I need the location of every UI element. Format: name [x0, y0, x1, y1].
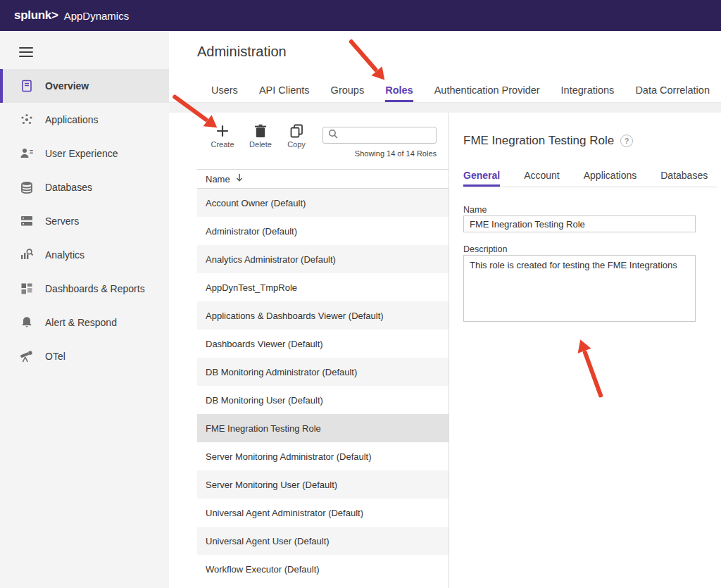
sidebar-item-label: Applications — [45, 114, 99, 125]
main-content: Administration Users API Clients Groups … — [169, 31, 721, 588]
role-row[interactable]: Account Owner (Default) — [197, 189, 449, 217]
role-row-selected[interactable]: FME Inegration Testing Role — [197, 414, 449, 442]
role-row[interactable]: Workflow Executor (Default) — [197, 555, 449, 583]
dashboards-reports-icon — [20, 282, 34, 296]
copy-button-label: Copy — [281, 140, 312, 149]
sort-descending-icon[interactable] — [235, 173, 244, 184]
tab-groups[interactable]: Groups — [331, 85, 365, 102]
role-detail-title: FME Inegration Testing Role — [463, 134, 614, 148]
user-experience-icon — [20, 146, 34, 161]
servers-icon — [20, 214, 34, 228]
applications-icon — [20, 113, 34, 127]
sidebar-item-databases[interactable]: Databases — [0, 170, 169, 204]
role-row[interactable]: Dashboards Viewer (Default) — [197, 330, 449, 358]
otel-telescope-icon — [20, 349, 34, 363]
sidebar-item-label: Alert & Respond — [45, 317, 117, 328]
roles-list: Account Owner (Default) Administrator (D… — [197, 189, 449, 583]
role-row[interactable]: DB Monitoring Administrator (Default) — [197, 358, 449, 386]
sidebar-item-label: User Experience — [45, 148, 118, 159]
role-detail-title-row: FME Inegration Testing Role ? — [463, 134, 633, 148]
sidebar-item-label: Databases — [45, 182, 92, 193]
sidebar: Overview Applications User Experience Da… — [0, 31, 169, 588]
role-row[interactable]: Server Monitoring Administrator (Default… — [197, 442, 449, 470]
tab-applications[interactable]: Applications — [584, 170, 637, 187]
section-divider-band — [169, 103, 721, 113]
name-field-label: Name — [463, 205, 487, 215]
sidebar-item-analytics[interactable]: Analytics — [0, 238, 169, 272]
role-description-textarea[interactable] — [463, 255, 696, 322]
copy-icon — [281, 123, 312, 138]
sidebar-nav: Overview Applications User Experience Da… — [0, 69, 169, 373]
plus-icon — [207, 123, 238, 138]
role-row[interactable]: Analytics Administrator (Default) — [197, 245, 449, 273]
sidebar-item-overview[interactable]: Overview — [0, 69, 169, 103]
roles-search-input[interactable] — [342, 130, 431, 140]
tab-data-correlation[interactable]: Data Correlation — [635, 85, 710, 102]
tab-api-clients[interactable]: API Clients — [259, 85, 310, 102]
description-field-label: Description — [463, 244, 508, 254]
admin-tabs: Users API Clients Groups Roles Authentic… — [169, 80, 721, 103]
role-row[interactable]: Universal Agent User (Default) — [197, 527, 449, 555]
sidebar-item-servers[interactable]: Servers — [0, 204, 169, 238]
sidebar-item-applications[interactable]: Applications — [0, 103, 169, 137]
screen: splunk> AppDynamics Overview Application… — [0, 0, 721, 588]
panel-divider — [449, 113, 449, 588]
tab-general[interactable]: General — [463, 170, 500, 187]
copy-button[interactable]: Copy — [281, 123, 312, 149]
databases-icon — [20, 180, 34, 194]
roles-toolbar: Create Delete Copy — [197, 121, 449, 169]
delete-button-label: Delete — [245, 140, 276, 149]
role-name-input[interactable] — [463, 215, 696, 232]
sidebar-item-otel[interactable]: OTel — [0, 339, 169, 373]
role-detail-tabs: General Account Applications Databases — [463, 168, 717, 187]
splunk-logo[interactable]: splunk> — [14, 8, 58, 23]
role-row[interactable]: Administrator (Default) — [197, 217, 449, 245]
tab-integrations[interactable]: Integrations — [561, 85, 615, 102]
topbar: splunk> AppDynamics — [0, 0, 721, 31]
create-button-label: Create — [207, 140, 238, 149]
delete-button[interactable]: Delete — [245, 123, 276, 149]
analytics-icon — [20, 248, 34, 262]
roles-search-box — [322, 127, 437, 144]
sidebar-item-label: OTel — [45, 351, 65, 362]
sidebar-item-label: Servers — [45, 215, 79, 227]
help-icon[interactable]: ? — [620, 135, 633, 147]
sidebar-item-dashboards-reports[interactable]: Dashboards & Reports — [0, 272, 169, 306]
product-name: AppDynamics — [64, 10, 130, 22]
roles-panel: Create Delete Copy — [197, 121, 449, 583]
overview-icon — [20, 79, 34, 93]
tab-roles[interactable]: Roles — [385, 85, 413, 102]
sidebar-item-label: Overview — [45, 80, 89, 92]
sidebar-item-label: Analytics — [45, 249, 84, 261]
search-icon — [328, 129, 338, 142]
tab-authentication-provider[interactable]: Authentication Provider — [434, 85, 540, 102]
sidebar-item-user-experience[interactable]: User Experience — [0, 137, 169, 170]
role-row[interactable]: Universal Agent Administrator (Default) — [197, 499, 449, 527]
name-column-header[interactable]: Name — [206, 174, 230, 184]
hamburger-menu-icon[interactable] — [19, 46, 33, 61]
page-title: Administration — [197, 44, 287, 60]
role-row[interactable]: Server Monitoring User (Default) — [197, 470, 449, 499]
role-row[interactable]: Applications & Dashboards Viewer (Defaul… — [197, 301, 449, 330]
roles-count-text: Showing 14 of 14 Roles — [355, 149, 437, 158]
role-row[interactable]: DB Monitoring User (Default) — [197, 386, 449, 414]
sidebar-item-label: Dashboards & Reports — [45, 283, 145, 294]
tab-account[interactable]: Account — [524, 170, 560, 187]
tab-databases[interactable]: Databases — [660, 170, 708, 187]
trash-icon — [245, 123, 276, 138]
tab-users[interactable]: Users — [211, 85, 238, 102]
sidebar-item-alert-respond[interactable]: Alert & Respond — [0, 306, 169, 339]
roles-list-header[interactable]: Name — [197, 169, 449, 189]
alert-respond-icon — [20, 315, 34, 330]
create-button[interactable]: Create — [207, 123, 238, 149]
role-row[interactable]: AppDynTest_TmpRole — [197, 273, 449, 301]
